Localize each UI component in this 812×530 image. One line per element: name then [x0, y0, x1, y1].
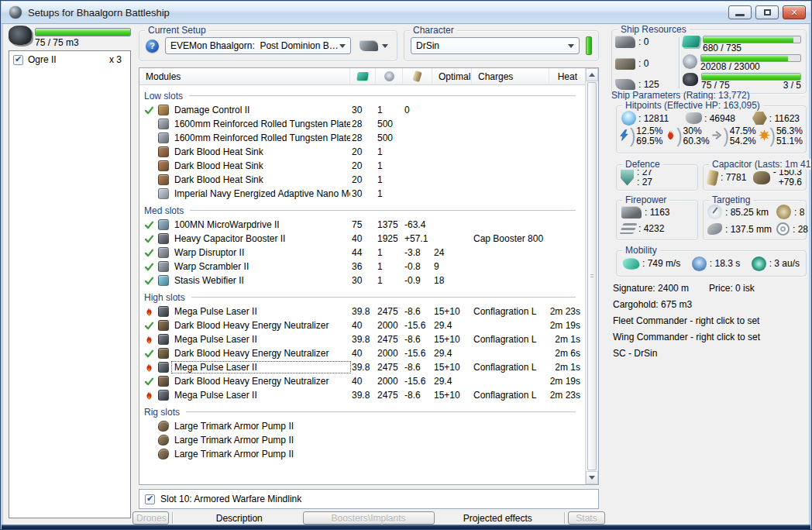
scroll-down-button[interactable]	[586, 471, 598, 484]
capacitor-recharge-icon	[753, 171, 770, 184]
module-row[interactable]: Mega Pulse Laser II39.82475-8.615+10Conf…	[139, 332, 585, 346]
slot-group-line	[189, 95, 576, 96]
module-row[interactable]: Large Trimark Armor Pump II	[139, 419, 585, 433]
implant-slot-panel: Slot 10: Armored Warfare Mindlink	[139, 489, 599, 509]
module-powergrid: 2000	[376, 348, 403, 359]
warp-speed-icon	[752, 256, 766, 271]
module-row[interactable]: 1600mm Reinforced Rolled Tungsten Plates…	[139, 117, 585, 131]
module-row[interactable]: Warp Disruptor II441-3.824	[139, 246, 585, 260]
module-row[interactable]: Dark Blood Heat Sink201	[139, 145, 585, 159]
tab-projected-effects[interactable]: Projected effects	[463, 513, 532, 524]
column-cpu[interactable]	[350, 68, 376, 84]
module-row[interactable]: Stasis Webifier II301-0.918	[139, 274, 585, 287]
module-row[interactable]: Dark Blood Heavy Energy Neutralizer40200…	[139, 318, 585, 332]
heat-sink-icon	[158, 160, 169, 171]
module-row[interactable]: Large Trimark Armor Pump II	[139, 447, 585, 461]
window-bottom-edge	[2, 525, 810, 529]
help-icon[interactable]: ?	[146, 40, 159, 53]
modules-scrollbar[interactable]	[585, 68, 598, 484]
module-row[interactable]: 1600mm Reinforced Rolled Tungsten Plates…	[139, 131, 585, 145]
titlebar[interactable]: Setups for Bhaalgorn Battleship ✕	[2, 2, 810, 24]
module-cpu: 28	[350, 132, 376, 143]
capacitor-amount-icon	[706, 169, 719, 185]
active-check-icon	[139, 276, 158, 286]
slot-group-header: Low slots	[139, 88, 585, 103]
divider: )	[676, 128, 682, 146]
upgrade-capacity-value: : 125	[638, 79, 659, 90]
module-row[interactable]: Dark Blood Heat Sink201	[139, 173, 585, 187]
module-row[interactable]: Damage Control II3010	[139, 103, 585, 117]
module-row[interactable]: Dark Blood Heat Sink201	[139, 159, 585, 173]
module-row[interactable]: 100MN MicroWarpdrive II751375-63.4	[139, 218, 585, 232]
module-name: Damage Control II	[172, 105, 350, 115]
scan-resolution-value: : 137.5 mm	[725, 224, 772, 235]
module-capacitor: -63.4	[403, 219, 432, 230]
powergrid-value: 20208 / 23000	[700, 62, 760, 71]
ship-menu-button[interactable]	[357, 39, 391, 53]
firepower-label: Firepower	[622, 194, 669, 205]
drone-list-item[interactable]: Ogre IIx 3	[11, 53, 129, 67]
character-select[interactable]: DrSin	[411, 37, 580, 54]
module-name: Stasis Webifier II	[172, 275, 350, 286]
column-powergrid[interactable]	[376, 68, 403, 84]
module-row[interactable]: Dark Blood Heavy Energy Neutralizer40200…	[139, 374, 585, 388]
shield-hp-value: : 12811	[638, 113, 669, 124]
restore-button[interactable]	[755, 5, 779, 19]
scrollbar-thumb[interactable]	[587, 82, 597, 470]
module-name: Dark Blood Heavy Energy Neutralizer	[172, 348, 350, 359]
cargohold-value: Cargohold: 675 m3	[613, 297, 807, 313]
column-capacitor[interactable]	[403, 68, 432, 84]
setup-select[interactable]: EVEMon Bhaalgorn: Post Dominion Bhaalgor…	[165, 37, 351, 54]
module-charges: Cap Booster 800	[472, 233, 549, 244]
module-heat-time: 2m 23s	[549, 390, 585, 401]
max-velocity-icon	[622, 256, 641, 270]
module-cpu: 20	[350, 174, 376, 185]
drone-list[interactable]: Ogre IIx 3	[9, 50, 131, 518]
module-row[interactable]: Warp Scrambler II361-0.89	[139, 260, 585, 274]
overheat-icon	[139, 391, 158, 401]
module-row[interactable]: Large Trimark Armor Pump II	[139, 433, 585, 447]
sensor-strength-icon	[776, 222, 790, 236]
tab-drones[interactable]: Drones	[132, 511, 169, 525]
bottom-tab-bar: DronesDescriptionBoosters\ImplantsProjec…	[132, 511, 605, 525]
firepower-group: Firepower : 1163 : 4232	[616, 200, 698, 240]
module-row[interactable]: Heavy Capacitor Booster II401925+57.1Cap…	[139, 232, 585, 246]
wing-commander-setter[interactable]: Wing Commander - right click to set	[613, 329, 807, 346]
active-check-icon	[139, 220, 158, 230]
drone-checkbox[interactable]	[13, 55, 23, 65]
tab-stats[interactable]: Stats	[568, 511, 605, 525]
slot-group-label: Low slots	[144, 91, 183, 102]
current-setup-label: Current Setup	[145, 25, 209, 36]
module-name: Mega Pulse Laser II	[172, 390, 350, 401]
module-row[interactable]: Mega Pulse Laser II39.82475-8.615+10Conf…	[139, 360, 585, 374]
implant-checkbox[interactable]	[145, 494, 155, 504]
scroll-up-button[interactable]	[586, 68, 598, 81]
defence-group: Defence : 27 : 27	[616, 164, 698, 191]
module-row[interactable]: Imperial Navy Energized Adaptive Nano Me…	[139, 187, 585, 201]
slot-group-line	[186, 411, 576, 412]
module-heat-time: 2m 19s	[549, 320, 585, 331]
defence-value-2: : 27	[637, 177, 652, 188]
module-name: Mega Pulse Laser II	[172, 306, 350, 317]
explosive-resist-bottom-value: 51.1%	[776, 136, 803, 146]
module-row[interactable]: Dark Blood Heavy Energy Neutralizer40200…	[139, 346, 585, 360]
column-charges[interactable]: Charges	[472, 68, 549, 84]
armor-plate-icon	[158, 119, 169, 129]
module-powergrid: 1	[376, 105, 403, 115]
module-powergrid: 1	[376, 174, 403, 185]
module-row[interactable]: Mega Pulse Laser II39.82475-8.615+10Conf…	[139, 305, 585, 318]
fleet-commander-setter[interactable]: Fleet Commander - right click to set	[613, 313, 807, 329]
close-button[interactable]: ✕	[783, 5, 806, 19]
module-name: Dark Blood Heavy Energy Neutralizer	[172, 376, 350, 387]
module-row[interactable]: Mega Pulse Laser II39.82475-8.615+10Conf…	[139, 388, 585, 402]
slot-group-line	[191, 297, 576, 298]
implant-slot-label: Slot 10: Armored Warfare Mindlink	[160, 494, 301, 504]
tab-description[interactable]: Description	[216, 513, 263, 524]
tab-boosters-implants[interactable]: Boosters\Implants	[303, 511, 435, 525]
minimize-button[interactable]	[728, 5, 752, 19]
column-heat[interactable]: Heat	[549, 68, 585, 84]
column-optimal[interactable]: Optimal	[432, 68, 472, 84]
module-optimal: 18	[432, 275, 472, 286]
scrollbar-track[interactable]	[586, 81, 598, 471]
column-modules[interactable]: Modules	[139, 68, 350, 84]
